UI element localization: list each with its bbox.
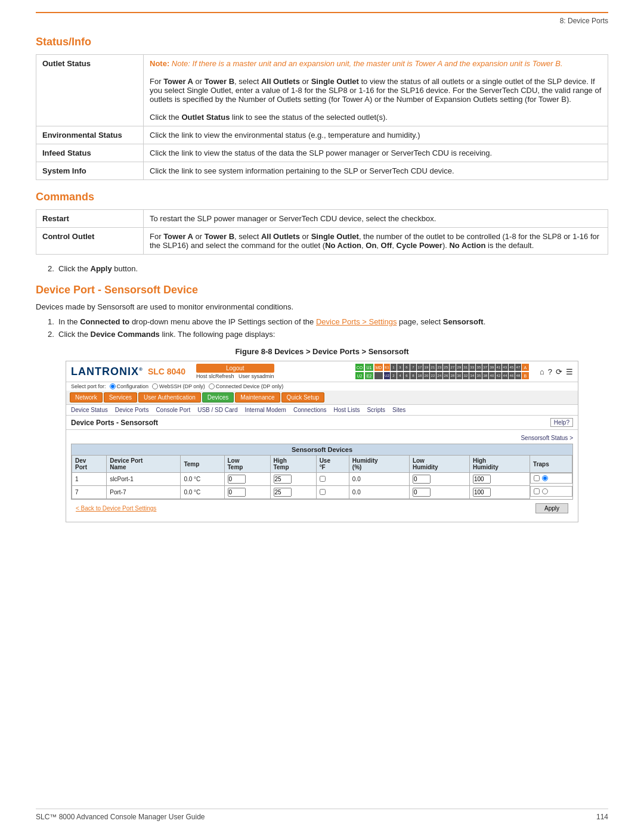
config-radio-label[interactable]: Configuration — [110, 383, 149, 389]
col-high-temp: HighTemp — [270, 456, 316, 473]
config-radio[interactable] — [110, 383, 116, 389]
infeed-status-content: Click the link to view the status of the… — [144, 144, 608, 162]
devices-nav-button[interactable]: Devices — [202, 392, 234, 402]
home-icon[interactable]: ⌂ — [540, 367, 544, 376]
footer-right: 114 — [596, 813, 608, 821]
services-nav-button[interactable]: Services — [104, 392, 137, 402]
row2-low-temp[interactable] — [224, 486, 270, 499]
status-info-title: Status/Info — [36, 36, 608, 48]
outlet-note: Note: Note: If there is a master unit an… — [150, 59, 563, 68]
row1-low-humidity-input[interactable] — [413, 475, 431, 484]
row2-name: Port-7 — [107, 486, 181, 499]
refresh-icon[interactable]: ⟳ — [556, 367, 562, 376]
col-temp: Temp — [181, 456, 224, 473]
device-ports-settings-link[interactable]: Device Ports > Settings — [316, 317, 397, 326]
table-row: 1 slcPort-1 0.0 °C 0.0 — [72, 473, 572, 486]
user-value: sysadmin — [252, 373, 274, 379]
step1: 1. In the Connected to drop-down menu ab… — [48, 317, 608, 326]
port-18: 18 — [417, 372, 423, 379]
led-e2: E2 — [365, 372, 373, 379]
row1-use-f-checkbox[interactable] — [320, 476, 326, 482]
restart-content: To restart the SLP power manager or Serv… — [144, 210, 608, 228]
port-35: 35 — [476, 364, 482, 371]
console-port-link[interactable]: Console Port — [156, 407, 190, 413]
quick-setup-nav-button[interactable]: Quick Setup — [281, 392, 324, 402]
col-humidity: Humidity(%) — [349, 456, 409, 473]
led-u2: U2 — [355, 372, 364, 379]
row2-use-f[interactable] — [316, 486, 349, 499]
table-row: Outlet Status Note: Note: If there is a … — [36, 55, 608, 126]
scripts-link[interactable]: Scripts — [367, 407, 385, 413]
row2-high-temp[interactable] — [270, 486, 316, 499]
connected-device-radio[interactable] — [209, 383, 215, 389]
row1-high-temp-input[interactable] — [274, 475, 292, 484]
col-traps: Traps — [530, 456, 572, 473]
port-31: 31 — [463, 364, 469, 371]
network-nav-button[interactable]: Network — [70, 392, 103, 402]
row1-radio[interactable] — [542, 475, 548, 481]
device-screenshot: LANTRONIX® SLC 8040 Logout Host slcRefre… — [66, 361, 578, 522]
port-24: 24 — [436, 372, 442, 379]
webssh-radio-label[interactable]: WebSSH (DP only) — [152, 383, 205, 389]
device-status-link[interactable]: Device Status — [71, 407, 108, 413]
row2-traps[interactable] — [530, 486, 572, 497]
commands-table: Restart To restart the SLP power manager… — [36, 209, 608, 255]
port-46: 46 — [509, 372, 515, 379]
row1-traps-checkbox[interactable] — [534, 475, 540, 481]
row2-radio[interactable] — [542, 488, 548, 494]
row1-dev-port: 1 — [72, 473, 107, 486]
user-auth-nav-button[interactable]: User Authentication — [138, 392, 201, 402]
connected-device-radio-label[interactable]: Connected Device (DP only) — [209, 383, 283, 389]
row2-high-humidity-input[interactable] — [473, 488, 491, 497]
row1-high-humidity[interactable] — [470, 473, 530, 486]
row2-traps-checkbox[interactable] — [534, 488, 540, 494]
row2-low-humidity[interactable] — [409, 486, 469, 499]
row1-traps[interactable] — [530, 473, 572, 484]
row1-low-temp-input[interactable] — [228, 475, 246, 484]
port-19: 19 — [423, 364, 429, 371]
row2-high-humidity[interactable] — [470, 486, 530, 499]
back-to-settings-link[interactable]: < Back to Device Port Settings — [76, 505, 156, 512]
row1-low-humidity[interactable] — [409, 473, 469, 486]
row2-high-temp-input[interactable] — [274, 488, 292, 497]
row1-high-temp[interactable] — [270, 473, 316, 486]
usb-sd-card-link[interactable]: USB / SD Card — [197, 407, 237, 413]
row2-use-f-checkbox[interactable] — [320, 489, 326, 495]
internal-modem-link[interactable]: Internal Modem — [244, 407, 286, 413]
row2-dev-port: 7 — [72, 486, 107, 499]
user-label: User — [239, 373, 250, 379]
restart-label: Restart — [36, 210, 144, 228]
control-outlet-content: For Tower A or Tower B, select All Outle… — [144, 228, 608, 255]
row2-low-temp-input[interactable] — [228, 488, 246, 497]
host-lists-link[interactable]: Host Lists — [334, 407, 360, 413]
connected-device-label: Connected Device (DP only) — [216, 383, 283, 389]
port-4: 4 — [397, 372, 403, 379]
table-row: System Info Click the link to see system… — [36, 162, 608, 180]
logout-button[interactable]: Logout — [196, 364, 274, 373]
menu-icon[interactable]: ☰ — [566, 367, 573, 376]
row2-low-humidity-input[interactable] — [413, 488, 431, 497]
maintenance-nav-button[interactable]: Maintenance — [235, 392, 280, 402]
device-ports-link[interactable]: Device Ports — [115, 407, 149, 413]
connections-link[interactable]: Connections — [293, 407, 327, 413]
webssh-radio[interactable] — [152, 383, 158, 389]
port-39: 39 — [489, 364, 495, 371]
help-button[interactable]: Help? — [550, 418, 573, 427]
row1-high-humidity-input[interactable] — [473, 475, 491, 484]
apply-button[interactable]: Apply — [535, 503, 568, 513]
port-35b: 35 — [476, 372, 482, 379]
row1-low-temp[interactable] — [224, 473, 270, 486]
lantronix-logo: LANTRONIX® — [71, 366, 143, 378]
led-md: MD — [374, 364, 383, 371]
col-low-humidity: LowHumidity — [409, 456, 469, 473]
question-icon[interactable]: ? — [548, 367, 552, 376]
outlet-body: For Tower A or Tower B, select All Outle… — [150, 77, 601, 104]
chapter-label: 8: Device Ports — [36, 17, 608, 25]
row1-use-f[interactable] — [316, 473, 349, 486]
device-nav: Network Services User Authentication Dev… — [66, 391, 578, 405]
sensorsoft-status-link[interactable]: Sensorsoft Status > — [521, 435, 573, 441]
status-info-table: Outlet Status Note: Note: If there is a … — [36, 54, 608, 180]
sites-link[interactable]: Sites — [392, 407, 405, 413]
led-u1: U1 — [365, 364, 373, 371]
port-25: 25 — [443, 364, 449, 371]
